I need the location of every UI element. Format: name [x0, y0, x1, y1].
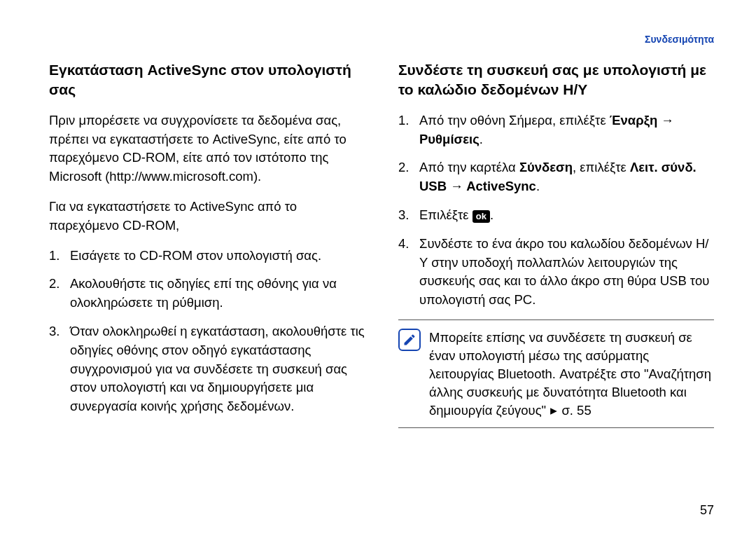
- list-item: 1. Εισάγετε το CD-ROM στον υπολογιστή σα…: [49, 247, 365, 266]
- content-columns: Εγκατάσταση ActiveSync στον υπολογιστή σ…: [49, 60, 714, 428]
- list-item: 3. Όταν ολοκληρωθεί η εγκατάσταση, ακολο…: [49, 322, 365, 416]
- note-box: Μπορείτε επίσης να συνδέσετε τη συσκευή …: [398, 319, 714, 428]
- note-icon: [398, 329, 421, 351]
- list-text: Ακολουθήστε τις οδηγίες επί της οθόνης γ…: [70, 276, 337, 310]
- right-column: Συνδέστε τη συσκευή σας με υπολογιστή με…: [398, 60, 714, 428]
- list-num: 3.: [49, 322, 59, 341]
- breadcrumb: Συνδεσιμότητα: [645, 34, 714, 45]
- list-num: 3.: [398, 206, 409, 225]
- list-num: 4.: [398, 235, 409, 254]
- list-num: 2.: [49, 275, 59, 294]
- list-num: 1.: [398, 111, 409, 130]
- left-paragraph-1: Πριν μπορέσετε να συγχρονίσετε τα δεδομέ…: [49, 111, 365, 186]
- list-text: Από την οθόνη Σήμερα, επιλέξτε Έναρξη → …: [419, 113, 674, 146]
- ok-icon: ok: [472, 210, 490, 223]
- right-title: Συνδέστε τη συσκευή σας με υπολογιστή με…: [398, 60, 714, 100]
- list-num: 1.: [49, 247, 59, 266]
- list-item: 3. Επιλέξτε ok.: [398, 206, 714, 225]
- list-text: Συνδέστε το ένα άκρο του καλωδίου δεδομέ…: [419, 236, 709, 307]
- list-text: Από την καρτέλα Σύνδεση, επιλέξτε Λειτ. …: [419, 160, 696, 193]
- list-text: Όταν ολοκληρωθεί η εγκατάσταση, ακολουθή…: [70, 324, 365, 413]
- triangle-right-icon: [550, 401, 558, 420]
- list-item: 1. Από την οθόνη Σήμερα, επιλέξτε Έναρξη…: [398, 111, 714, 149]
- left-paragraph-2: Για να εγκαταστήσετε το ActiveSync από τ…: [49, 198, 365, 235]
- list-text: Επιλέξτε ok.: [419, 207, 493, 222]
- note-text: Μπορείτε επίσης να συνδέσετε τη συσκευή …: [429, 329, 714, 419]
- left-column: Εγκατάσταση ActiveSync στον υπολογιστή σ…: [49, 60, 365, 428]
- list-text: Εισάγετε το CD-ROM στον υπολογιστή σας.: [70, 248, 321, 263]
- list-item: 2. Από την καρτέλα Σύνδεση, επιλέξτε Λει…: [398, 158, 714, 196]
- left-list: 1. Εισάγετε το CD-ROM στον υπολογιστή σα…: [49, 247, 365, 417]
- list-item: 4. Συνδέστε το ένα άκρο του καλωδίου δεδ…: [398, 235, 714, 310]
- list-num: 2.: [398, 158, 409, 177]
- left-title: Εγκατάσταση ActiveSync στον υπολογιστή σ…: [49, 60, 365, 100]
- page-number: 57: [700, 503, 714, 518]
- list-item: 2. Ακολουθήστε τις οδηγίες επί της οθόνη…: [49, 275, 365, 312]
- right-list: 1. Από την οθόνη Σήμερα, επιλέξτε Έναρξη…: [398, 111, 714, 310]
- pencil-icon: [402, 333, 416, 347]
